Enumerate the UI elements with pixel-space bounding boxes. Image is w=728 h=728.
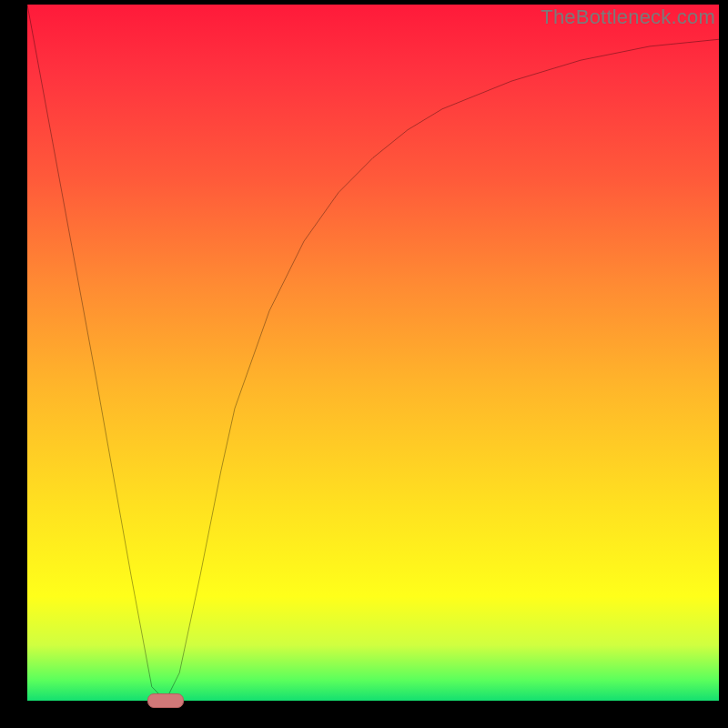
curve-svg (27, 5, 719, 701)
plot-area (27, 5, 719, 701)
optimal-marker (147, 693, 184, 708)
watermark-text: TheBottleneck.com (541, 5, 715, 29)
bottleneck-curve (27, 5, 719, 701)
chart-frame: TheBottleneck.com (0, 0, 728, 728)
